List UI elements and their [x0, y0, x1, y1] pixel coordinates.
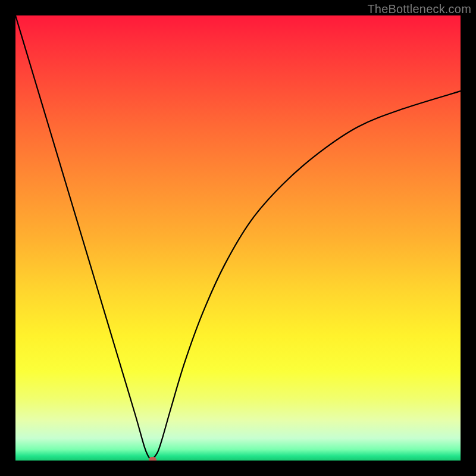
- plot-area: [15, 15, 461, 461]
- bottleneck-curve: [15, 15, 461, 461]
- watermark-text: TheBottleneck.com: [367, 2, 471, 16]
- curve-layer: [15, 15, 461, 461]
- chart-frame: TheBottleneck.com: [0, 0, 476, 476]
- bottleneck-point-marker: [149, 457, 156, 461]
